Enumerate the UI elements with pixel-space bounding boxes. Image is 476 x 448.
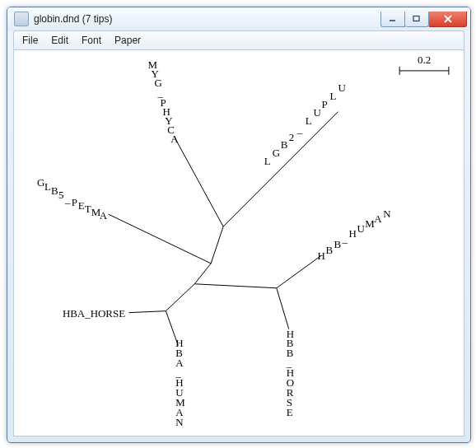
svg-line-14 bbox=[277, 255, 322, 288]
svg-text:_: _ bbox=[64, 193, 71, 205]
svg-text:L: L bbox=[44, 180, 51, 193]
menu-file[interactable]: File bbox=[16, 33, 44, 48]
svg-text:_: _ bbox=[296, 123, 303, 135]
menu-paper[interactable]: Paper bbox=[108, 33, 147, 48]
svg-text:H: H bbox=[318, 250, 325, 262]
svg-line-6 bbox=[211, 226, 223, 264]
svg-text:G: G bbox=[37, 176, 44, 189]
scale-label: 0.2 bbox=[418, 54, 431, 66]
svg-text:H: H bbox=[348, 227, 356, 240]
svg-line-8 bbox=[223, 112, 338, 226]
svg-text:L: L bbox=[330, 90, 337, 102]
svg-text:P: P bbox=[322, 98, 328, 110]
window-title: globin.dnd (7 tips) bbox=[34, 13, 380, 25]
svg-text:L: L bbox=[264, 155, 271, 167]
svg-text:U: U bbox=[357, 222, 365, 235]
svg-text:_: _ bbox=[341, 232, 348, 245]
svg-line-10 bbox=[166, 284, 194, 311]
maximize-button[interactable] bbox=[405, 12, 429, 27]
svg-line-13 bbox=[194, 284, 277, 288]
svg-text:P: P bbox=[72, 196, 77, 208]
phylo-tree: 0.2 bbox=[14, 50, 464, 436]
svg-text:5: 5 bbox=[58, 189, 63, 201]
app-icon bbox=[14, 12, 29, 26]
svg-line-5 bbox=[194, 264, 211, 284]
titlebar[interactable]: globin.dnd (7 tips) bbox=[7, 7, 470, 30]
svg-text:U: U bbox=[314, 106, 322, 119]
svg-text:A: A bbox=[170, 133, 179, 145]
svg-text:A: A bbox=[100, 209, 108, 222]
menu-font[interactable]: Font bbox=[75, 33, 108, 48]
window-controls bbox=[380, 12, 469, 27]
app-window: globin.dnd (7 tips) File Edit Font Paper bbox=[7, 7, 471, 443]
tree-branches bbox=[109, 112, 338, 346]
svg-text:G: G bbox=[273, 147, 280, 159]
svg-text:L: L bbox=[306, 114, 312, 127]
tree-canvas[interactable]: 0.2 bbox=[13, 49, 464, 436]
svg-text:B: B bbox=[51, 184, 58, 197]
svg-line-11 bbox=[129, 311, 166, 313]
tip-labels: MYG_PHYCA M Y G _ P H Y C A LGB2_LUPLU L… bbox=[37, 58, 391, 428]
svg-text:N: N bbox=[175, 416, 184, 428]
svg-text:B: B bbox=[281, 138, 288, 151]
menu-edit[interactable]: Edit bbox=[44, 33, 75, 48]
close-button[interactable] bbox=[429, 12, 467, 27]
svg-text:E: E bbox=[78, 199, 85, 212]
svg-text:N: N bbox=[383, 208, 391, 220]
scale-bar: 0.2 bbox=[399, 54, 449, 75]
svg-text:U: U bbox=[338, 82, 346, 94]
svg-line-9 bbox=[109, 214, 211, 264]
svg-text:B: B bbox=[334, 238, 342, 250]
svg-text:2: 2 bbox=[289, 131, 294, 143]
minimize-button[interactable] bbox=[380, 12, 405, 27]
svg-text:T: T bbox=[85, 203, 91, 215]
svg-line-7 bbox=[174, 137, 223, 227]
svg-text:E: E bbox=[287, 406, 293, 418]
svg-text:A: A bbox=[374, 212, 382, 225]
svg-text:B: B bbox=[326, 244, 334, 256]
svg-line-15 bbox=[277, 288, 289, 329]
svg-rect-1 bbox=[413, 16, 419, 21]
menubar: File Edit Font Paper bbox=[13, 30, 464, 49]
tip-hba-horse: HBA_HORSE bbox=[63, 307, 125, 320]
